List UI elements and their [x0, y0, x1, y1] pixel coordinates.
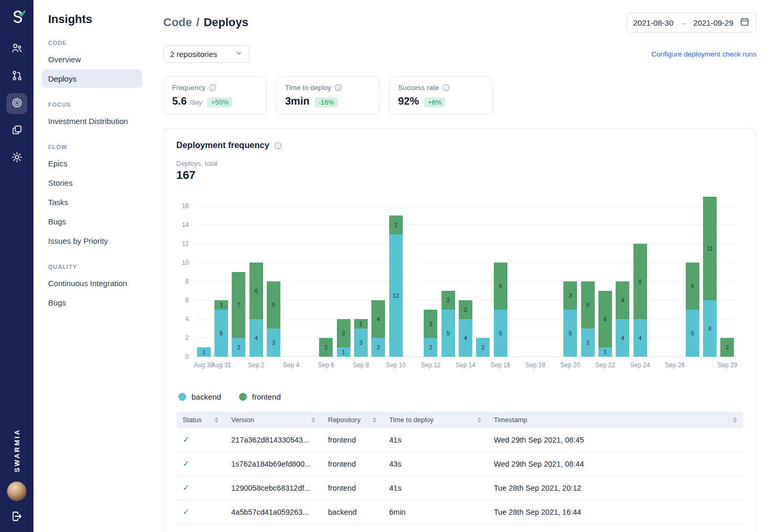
column-header-timestamp[interactable]: Timestamp	[488, 412, 743, 428]
bar-segment-value: 7	[237, 302, 240, 308]
bar-segment-value: 1	[604, 349, 607, 355]
bar-sep-8[interactable]: 31	[354, 319, 368, 357]
bar-segment-backend: 4	[633, 319, 647, 357]
sidebar-item-investment-distribution[interactable]: Investment Distribution	[42, 112, 142, 130]
configure-deployment-check-runs-link[interactable]: Configure deployment check runs	[651, 50, 756, 58]
cell-repository: backend	[322, 500, 383, 524]
bar-sep-28[interactable]: 611	[703, 197, 717, 357]
table-row[interactable]: ✓ 4a5b57cd41a059263... backend 6min Tue …	[176, 500, 743, 524]
bar-segment-backend: 1	[598, 347, 612, 357]
legend-item-backend[interactable]: backend	[178, 392, 221, 401]
bar-segment-frontend: 8	[633, 244, 647, 319]
bar-sep-20[interactable]: 53	[563, 281, 577, 357]
chart-legend: backendfrontend	[176, 392, 743, 401]
bar-segment-value: 3	[429, 321, 432, 327]
nav-teams[interactable]	[6, 39, 27, 60]
bar-segment-frontend: 2	[319, 338, 333, 357]
sidebar-section-items: OverviewDeploys	[42, 50, 142, 88]
bar-sep-14[interactable]: 42	[459, 300, 472, 357]
stacked-repos-icon	[11, 124, 23, 138]
x-axis-label: Sep 20	[560, 361, 580, 369]
sidebar-item-bugs[interactable]: Bugs	[42, 293, 142, 312]
bar-sep-3[interactable]: 35	[267, 281, 280, 357]
bar-sep-13[interactable]: 52	[441, 291, 455, 357]
date-from[interactable]: 2021-08-30	[633, 18, 674, 27]
bar-segment-value: 5	[586, 302, 590, 308]
bar-slot-sep-28: 611	[701, 197, 718, 357]
sidebar-item-issues-by-priority[interactable]: Issues by Priority	[42, 232, 142, 250]
info-icon[interactable]	[442, 84, 450, 92]
table-row[interactable]: ✓ 1290058cebc68312df... frontend 41s Tue…	[176, 476, 743, 500]
bar-sep-24[interactable]: 48	[633, 244, 647, 357]
bar-segment-value: 1	[359, 321, 363, 327]
bar-sep-16[interactable]: 55	[494, 263, 507, 357]
nav-insights[interactable]	[6, 93, 27, 114]
bar-segment-value: 2	[394, 222, 398, 228]
bar-sep-9[interactable]: 24	[371, 300, 385, 357]
sidebar-item-tasks[interactable]: Tasks	[42, 193, 142, 211]
bar-aug-30[interactable]: 1	[197, 347, 211, 357]
bar-segment-value: 5	[447, 330, 450, 336]
bar-segment-value: 13	[393, 292, 399, 299]
date-to[interactable]: 2021-09-29	[693, 18, 733, 27]
nav-pull-requests[interactable]	[6, 66, 27, 87]
y-axis-label: 2	[185, 334, 189, 342]
bar-sep-1[interactable]: 27	[232, 272, 245, 357]
legend-item-frontend[interactable]: frontend	[239, 392, 281, 401]
bar-segment-value: 2	[429, 344, 432, 350]
repositories-dropdown[interactable]: 2 repositories	[163, 45, 250, 63]
bar-segment-frontend: 6	[598, 291, 612, 347]
bar-segment-frontend: 5	[686, 263, 699, 310]
table-row[interactable]: ✓ 217a362d814330543... frontend 41s Wed …	[176, 428, 743, 452]
bar-segment-value: 2	[464, 307, 467, 313]
sidebar-item-deploys[interactable]: Deploys	[42, 70, 142, 88]
info-icon[interactable]	[334, 84, 342, 92]
column-header-time-to-deploy[interactable]: Time to deploy	[383, 412, 488, 428]
x-axis-label: Sep 4	[283, 361, 299, 369]
user-avatar[interactable]	[7, 482, 26, 501]
bar-sep-7[interactable]: 13	[337, 319, 350, 357]
column-header-status[interactable]: Status	[176, 412, 225, 428]
brand-wordmark: SWARMIA	[13, 428, 21, 472]
y-axis-label: 0	[185, 353, 189, 360]
bar-sep-27[interactable]: 55	[686, 263, 699, 357]
swarmia-logo-icon[interactable]	[7, 7, 27, 27]
sidebar-item-overview[interactable]: Overview	[42, 50, 142, 69]
bar-segment-value: 4	[639, 335, 642, 341]
bar-slot-sep-1: 27	[230, 197, 247, 357]
bar-slot-sep-7: 13	[335, 197, 352, 357]
date-range-picker[interactable]: 2021-08-30 → 2021-09-29	[627, 13, 756, 32]
bar-sep-23[interactable]: 44	[616, 281, 629, 357]
nav-settings[interactable]	[6, 148, 27, 168]
bar-sep-10[interactable]: 132	[389, 216, 403, 357]
calendar-icon[interactable]	[740, 17, 750, 28]
bar-sep-2[interactable]: 46	[250, 263, 263, 357]
column-header-version[interactable]: Version	[225, 412, 322, 428]
bar-sep-21[interactable]: 35	[581, 281, 595, 357]
bar-sep-12[interactable]: 23	[424, 310, 437, 357]
cell-time-to-deploy: 41s	[383, 476, 488, 500]
x-axis-label: Sep 22	[595, 361, 615, 369]
sidebar-item-epics[interactable]: Epics	[42, 154, 142, 173]
info-icon[interactable]	[209, 84, 217, 92]
sidebar-item-stories[interactable]: Stories	[42, 174, 142, 192]
sidebar-section: FLOW EpicsStoriesTasksBugsIssues by Prio…	[42, 144, 142, 250]
sidebar-item-bugs[interactable]: Bugs	[42, 212, 142, 231]
bar-segment-value: 5	[691, 283, 694, 289]
breadcrumb-code[interactable]: Code	[163, 16, 192, 29]
bar-segment-frontend: 2	[459, 300, 472, 319]
bar-sep-22[interactable]: 16	[598, 291, 612, 357]
bar-sep-15[interactable]: 2	[476, 338, 490, 357]
column-header-repository[interactable]: Repository	[322, 412, 383, 428]
bar-sep-6[interactable]: 2	[319, 338, 333, 357]
nav-repositories[interactable]	[6, 120, 27, 141]
bar-aug-31[interactable]: 51	[214, 300, 228, 357]
table-row[interactable]: ✓ 1s762a184b69efd800... frontend 43s Wed…	[176, 452, 743, 476]
bar-sep-29[interactable]: 2	[720, 338, 734, 357]
logout-icon[interactable]	[10, 510, 23, 523]
bar-segment-value: 3	[586, 339, 590, 346]
table-row[interactable]: ✓ 319dcae7012410833... backend 6min Tue …	[176, 524, 743, 532]
info-icon[interactable]	[274, 141, 282, 149]
sidebar-item-continuous-integration[interactable]: Continuous Integration	[42, 274, 142, 292]
bar-segment-value: 11	[707, 245, 712, 252]
